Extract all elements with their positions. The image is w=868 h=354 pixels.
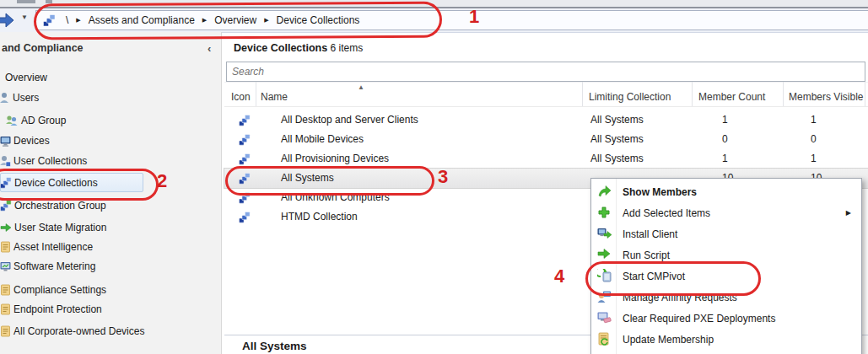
- corporate-devices-icon: [0, 325, 11, 337]
- row-members-visible: 1: [811, 149, 817, 169]
- column-divider[interactable]: [692, 82, 693, 106]
- ad-group-icon: [5, 115, 19, 126]
- sidebar-item-software-metering[interactable]: Software Metering: [0, 258, 95, 275]
- ribbon-fragment: [17, 0, 35, 3]
- sidebar-item-corporate-owned-devices[interactable]: All Corporate-owned Devices: [0, 323, 144, 340]
- sidebar-item-devices[interactable]: Devices: [0, 132, 50, 149]
- menu-item-install-client[interactable]: Install Client: [591, 223, 861, 244]
- breadcrumb-separator-icon: ▶: [202, 17, 207, 24]
- column-header-name[interactable]: Name: [261, 91, 288, 103]
- clear-pxe-icon: [597, 311, 612, 324]
- search-input[interactable]: [226, 62, 865, 82]
- sort-ascending-icon[interactable]: ▲: [358, 83, 364, 91]
- breadcrumb-separator-icon: ▶: [264, 17, 268, 24]
- sidebar-item-user-state-migration[interactable]: User State Migration: [0, 219, 106, 236]
- annotation-marker-4: 4: [554, 266, 564, 287]
- row-member-count: 1: [722, 149, 728, 169]
- context-menu: Show Members Add Selected Items ▶ Instal…: [590, 178, 862, 354]
- sidebar-item-endpoint-protection[interactable]: Endpoint Protection: [0, 301, 102, 318]
- menu-item-show-members[interactable]: Show Members: [591, 181, 861, 202]
- breadcrumb-overview[interactable]: Overview: [214, 14, 256, 26]
- breadcrumb-separator-icon: ▶: [76, 17, 80, 24]
- users-icon: [0, 92, 10, 104]
- sidebar-item-compliance-settings[interactable]: Compliance Settings: [0, 282, 106, 298]
- add-items-icon: [597, 206, 611, 219]
- header-divider: [224, 106, 868, 107]
- table-row[interactable]: All Mobile Devices All Systems 0 0: [224, 130, 868, 149]
- menu-item-clear-required-pxe-deployments[interactable]: Clear Required PXE Deployments: [591, 308, 861, 329]
- show-members-icon: [597, 185, 612, 198]
- run-script-icon: [597, 248, 611, 260]
- menu-item-start-cmpivot[interactable]: Start CMPivot: [591, 266, 861, 287]
- row-name: All Systems: [281, 169, 334, 188]
- ribbon-fragment: [46, 0, 52, 3]
- manage-affinity-icon: [597, 290, 612, 303]
- row-name: All Mobile Devices: [281, 130, 364, 149]
- user-collections-icon: [0, 155, 11, 167]
- page-title: Device Collections: [234, 42, 327, 54]
- forward-arrow-icon[interactable]: [0, 11, 16, 30]
- start-cmpivot-icon: [597, 269, 612, 282]
- table-row[interactable]: All Provisioning Devices All Systems 1 1: [224, 149, 868, 169]
- update-membership-icon: [597, 332, 611, 346]
- breadcrumb-root[interactable]: \: [66, 14, 68, 26]
- list-caption: Device Collections 6 items: [234, 42, 363, 54]
- breadcrumb[interactable]: \ ▶ Assets and Compliance ▶ Overview ▶ D…: [35, 10, 868, 30]
- devices-icon: [0, 136, 11, 147]
- table-row[interactable]: All Desktop and Server Clients All Syste…: [224, 110, 868, 130]
- sidebar-item-device-collections[interactable]: Device Collections: [0, 174, 98, 191]
- detail-pane-title: All Systems: [242, 340, 307, 352]
- row-limiting-collection: All Systems: [590, 130, 644, 149]
- column-divider[interactable]: [865, 82, 865, 106]
- sidebar-item-asset-intelligence[interactable]: Asset Intelligence: [0, 239, 93, 255]
- sidebar-item-ad-group[interactable]: AD Group: [5, 112, 66, 129]
- menu-item-update-membership[interactable]: Update Membership: [591, 329, 861, 350]
- sidebar-item-users[interactable]: Users: [0, 89, 39, 106]
- sidebar-item-user-collections[interactable]: User Collections: [0, 153, 87, 169]
- ribbon-bottom-edge: [0, 0, 868, 8]
- column-divider[interactable]: [783, 82, 784, 106]
- column-divider[interactable]: [582, 82, 583, 106]
- column-header-members-visible[interactable]: Members Visible: [789, 91, 863, 103]
- row-name: HTMD Collection: [281, 207, 358, 227]
- row-limiting-collection: All Systems: [590, 149, 644, 169]
- column-header-limiting-collection[interactable]: Limiting Collection: [589, 91, 671, 103]
- sidebar-item-overview[interactable]: Overview: [3, 69, 47, 86]
- column-header-member-count[interactable]: Member Count: [698, 91, 765, 103]
- sccm-console-window: ▼ \ ▶ Assets and Compliance ▶ Overview ▶…: [0, 0, 868, 354]
- menu-item-manage-affinity-requests[interactable]: Manage Affinity Requests: [591, 287, 861, 308]
- row-limiting-collection: All Systems: [590, 110, 644, 130]
- submenu-arrow-icon: ▶: [846, 209, 851, 217]
- row-name: All Desktop and Server Clients: [281, 110, 418, 130]
- software-metering-icon: [0, 261, 11, 272]
- sidebar-header: and Compliance: [2, 42, 84, 54]
- row-members-visible: 0: [811, 130, 817, 149]
- breadcrumb-assets-and-compliance[interactable]: Assets and Compliance: [89, 14, 195, 26]
- user-state-migration-icon: [0, 223, 12, 233]
- row-name: All Unknown Computers: [281, 188, 390, 207]
- install-client-icon: [597, 227, 612, 240]
- menu-item-add-selected-items[interactable]: Add Selected Items ▶: [591, 202, 861, 223]
- orchestration-group-icon: [0, 200, 12, 212]
- column-header-icon[interactable]: Icon: [231, 91, 251, 103]
- sidebar-collapse-icon[interactable]: ‹: [208, 42, 211, 55]
- row-name: All Provisioning Devices: [281, 149, 389, 169]
- column-divider[interactable]: [256, 82, 256, 106]
- sidebar-item-orchestration-group[interactable]: Orchestration Group: [0, 197, 106, 214]
- header-divider: [224, 82, 868, 83]
- compliance-settings-icon: [0, 284, 11, 296]
- menu-item-run-script[interactable]: Run Script: [591, 244, 861, 266]
- row-member-count: 1: [722, 110, 728, 130]
- breadcrumb-device-collections[interactable]: Device Collections: [277, 14, 360, 26]
- row-members-visible: 1: [811, 110, 817, 130]
- item-count: 6 items: [331, 42, 364, 54]
- dropdown-caret-icon[interactable]: ▼: [21, 13, 28, 21]
- collection-icon: [239, 211, 251, 230]
- configmgr-icon: [43, 14, 56, 27]
- row-member-count: 0: [722, 130, 728, 149]
- endpoint-protection-icon: [0, 303, 11, 315]
- device-collections-icon: [0, 177, 12, 189]
- asset-intelligence-icon: [0, 241, 11, 253]
